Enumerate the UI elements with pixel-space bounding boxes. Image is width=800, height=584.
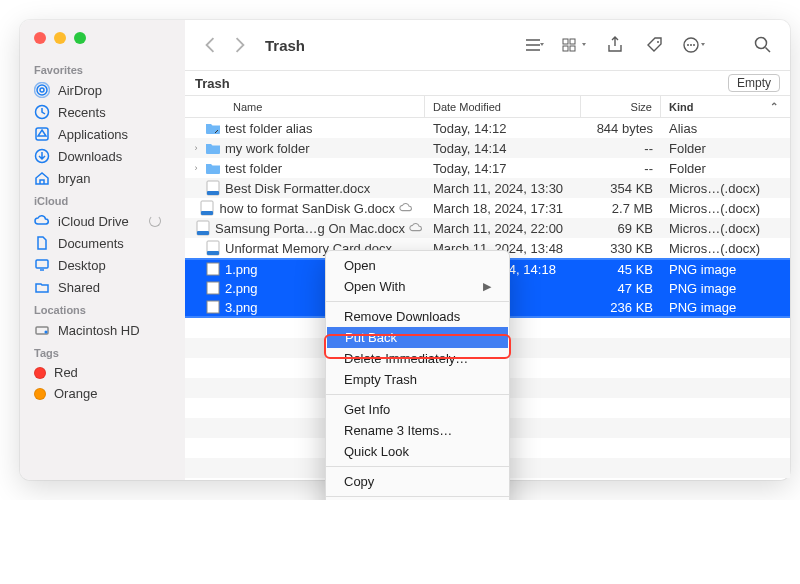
file-size: 69 KB [581,221,661,236]
sidebar-item-red[interactable]: Red [20,362,185,383]
file-size: 354 KB [581,181,661,196]
file-kind: Micros…(.docx) [661,181,790,196]
sidebar-item-airdrop[interactable]: AirDrop [20,79,185,101]
docx-icon [205,240,221,256]
folder-alias-icon [205,120,221,136]
ctx-open-with[interactable]: Open With▶ [326,276,509,297]
svg-rect-10 [570,39,575,44]
table-header: Name Date Modified Size Kind⌃ [185,96,790,118]
sidebar-item-label: bryan [58,171,91,186]
sidebar-item-applications[interactable]: Applications [20,123,185,145]
file-size: 2.7 MB [581,201,661,216]
group-icon[interactable] [562,34,588,56]
sidebar-item-downloads[interactable]: Downloads [20,145,185,167]
disclosure-icon[interactable]: › [191,163,201,173]
sidebar-item-label: Documents [58,236,124,251]
search-icon[interactable] [750,34,776,56]
sidebar-item-shared[interactable]: Shared [20,276,185,298]
file-date: March 18, 2024, 17:31 [425,201,581,216]
folder-icon [205,140,221,156]
file-date: Today, 14:17 [425,161,581,176]
svg-rect-12 [570,46,575,51]
sidebar-item-orange[interactable]: Orange [20,383,185,404]
home-icon [34,170,50,186]
file-kind: Micros…(.docx) [661,201,790,216]
close-button[interactable] [34,32,46,44]
view-list-icon[interactable] [522,34,548,56]
back-button[interactable] [199,34,221,56]
column-size[interactable]: Size [581,96,661,117]
ctx-separator [326,466,509,467]
sidebar-section-icloud: iCloud [20,189,185,210]
ctx-rename[interactable]: Rename 3 Items… [326,420,509,441]
png-icon [205,280,221,296]
file-size: -- [581,161,661,176]
toolbar: Trash [185,20,790,70]
sidebar-item-label: Applications [58,127,128,142]
ctx-empty-trash[interactable]: Empty Trash [326,369,509,390]
share-icon[interactable] [602,34,628,56]
sidebar-section-locations: Locations [20,298,185,319]
ctx-quick-look[interactable]: Quick Look [326,441,509,462]
sidebar-item-recents[interactable]: Recents [20,101,185,123]
svg-rect-28 [207,282,219,294]
file-name: test folder [225,161,282,176]
shared-icon [34,279,50,295]
sidebar-item-desktop[interactable]: Desktop [20,254,185,276]
zoom-button[interactable] [74,32,86,44]
folder-icon [205,160,221,176]
table-row[interactable]: ›my work folderToday, 14:14--Folder [185,138,790,158]
column-kind[interactable]: Kind⌃ [661,96,790,117]
table-row[interactable]: how to format SanDisk G.docxMarch 18, 20… [185,198,790,218]
ctx-put-back[interactable]: Put Back [327,327,508,348]
ctx-delete-immediately[interactable]: Delete Immediately… [326,348,509,369]
action-menu-icon[interactable] [682,34,708,56]
ctx-copy[interactable]: Copy [326,471,509,492]
table-row[interactable]: test folder aliasToday, 14:12844 bytesAl… [185,118,790,138]
file-name: test folder alias [225,121,312,136]
file-size: 47 KB [581,281,661,296]
location-bar: Trash Empty [185,70,790,96]
disclosure-icon[interactable]: › [191,143,201,153]
svg-rect-11 [563,46,568,51]
minimize-button[interactable] [54,32,66,44]
ctx-get-info[interactable]: Get Info [326,399,509,420]
file-kind: PNG image [661,281,790,296]
airdrop-icon [34,82,50,98]
svg-rect-26 [207,251,219,255]
cloud-status-icon [409,221,423,235]
sidebar-item-label: Recents [58,105,106,120]
sidebar-item-label: Shared [58,280,100,295]
column-name[interactable]: Name [185,96,425,117]
file-kind: Folder [661,141,790,156]
file-name: 3.png [225,300,258,315]
ctx-open[interactable]: Open [326,255,509,276]
sidebar-item-bryan[interactable]: bryan [20,167,185,189]
svg-rect-29 [207,301,219,313]
table-row[interactable]: Samsung Porta…g On Mac.docxMarch 11, 202… [185,218,790,238]
file-name: Samsung Porta…g On Mac.docx [215,221,405,236]
file-name: 1.png [225,262,258,277]
table-row[interactable]: ›test folderToday, 14:17--Folder [185,158,790,178]
file-name: my work folder [225,141,310,156]
ctx-remove-downloads[interactable]: Remove Downloads [326,306,509,327]
column-date[interactable]: Date Modified [425,96,581,117]
window-title: Trash [265,37,305,54]
sidebar-item-label: Red [54,365,78,380]
tag-icon[interactable] [642,34,668,56]
sidebar-item-documents[interactable]: Documents [20,232,185,254]
svg-point-17 [693,44,695,46]
file-kind: Micros…(.docx) [661,221,790,236]
file-date: Today, 14:12 [425,121,581,136]
empty-trash-button[interactable]: Empty [728,74,780,92]
table-row[interactable]: Best Disk Formatter.docxMarch 11, 2024, … [185,178,790,198]
file-date: Today, 14:14 [425,141,581,156]
forward-button[interactable] [229,34,251,56]
file-size: 844 bytes [581,121,661,136]
file-size: 236 KB [581,300,661,315]
png-icon [205,299,221,315]
sidebar-item-icloud-drive[interactable]: iCloud Drive [20,210,185,232]
apps-icon [34,126,50,142]
sidebar-item-macintosh-hd[interactable]: Macintosh HD [20,319,185,341]
sidebar-section-favorites: Favorites [20,58,185,79]
